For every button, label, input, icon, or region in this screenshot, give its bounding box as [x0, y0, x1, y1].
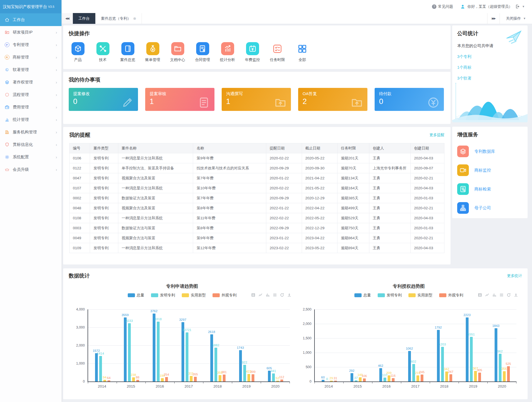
forward-tabs-button[interactable]: ▶▶	[487, 13, 500, 24]
user-menu[interactable]: 你好，某某（超级管理员） ▼	[460, 4, 525, 9]
legend-label: 实用新型	[418, 293, 433, 298]
tab-case-overview[interactable]: 案件总览（专利） ⊗	[96, 13, 142, 24]
more-statistics-link[interactable]: 更多统计	[507, 273, 522, 278]
toolbox-restore-icon[interactable]	[280, 293, 284, 297]
sidebar-item-著作权管理[interactable]: 著作权管理›	[0, 76, 62, 88]
sidebar-item-贯标信息化[interactable]: 贯标信息化›	[0, 138, 62, 151]
quick-action-任务时限[interactable]: 任务时限	[269, 42, 285, 62]
toolbox-bar-icon[interactable]	[492, 293, 497, 297]
legend-item-实用新型[interactable]: 实用新型	[408, 293, 433, 298]
todo-card-沟通撰写[interactable]: 沟通撰写1	[222, 88, 291, 111]
toolbox-download-icon[interactable]	[287, 293, 291, 297]
x-axis-tick	[117, 382, 117, 383]
legend-item-发明专利[interactable]: 发明专利	[151, 293, 175, 298]
company-stat-link[interactable]: 3个软著	[457, 76, 523, 81]
tab-workbench[interactable]: 工作台	[73, 13, 96, 24]
legend-item-实用新型[interactable]: 实用新型	[182, 293, 206, 298]
collapse-tabs-button[interactable]: ◀◀	[62, 13, 73, 24]
toolbox-restore-icon[interactable]	[507, 293, 511, 297]
quick-action-合同管理[interactable]: 合同管理	[195, 42, 211, 62]
service-item-商标监控[interactable]: 商标监控	[457, 164, 523, 176]
toolbox-data-view-icon[interactable]	[251, 293, 255, 297]
table-cell: 逾期499天	[337, 203, 369, 213]
table-row[interactable]: 0048发明专利视频聚合方法及装置第8年年费2022-01-222022-04-…	[70, 203, 444, 213]
table-row[interactable]: 0108发明专利一种消息显示方法和系统第11年年费2022-02-222022-…	[70, 213, 444, 223]
sidebar-item-服务机构管理[interactable]: 服务机构管理›	[0, 126, 62, 138]
more-reminders-link[interactable]: 更多提醒	[429, 133, 444, 138]
y-axis-tick-label: 2,000	[71, 344, 85, 347]
sidebar-item-软著管理[interactable]: ©软著管理›	[0, 63, 62, 76]
table-cell: 2020-02-22	[266, 153, 302, 163]
chart-title: 专利授权趋势图	[297, 283, 520, 289]
table-cell: 2020-04-03	[411, 243, 444, 253]
quick-action-技术[interactable]: 技术	[95, 42, 111, 62]
toolbox-line-icon[interactable]	[258, 293, 263, 297]
sidebar-item-费用管理[interactable]: 费用管理›	[0, 101, 62, 113]
toolbox-stack-icon[interactable]	[273, 293, 277, 297]
table-row[interactable]: 0122发明专利单手控制方法、装置及手持设备找技术效果与技术点的对应关系2020…	[70, 163, 444, 173]
table-cell: 第9年年费	[193, 233, 266, 243]
company-stat-link[interactable]: 3个专利	[457, 54, 523, 59]
close-operations-dropdown[interactable]: 关闭操作 ▼	[500, 13, 532, 24]
sidebar-item-研发项目IP[interactable]: 研发项目IP›	[0, 26, 62, 39]
sidebar-item-流程管理[interactable]: 流程管理›	[0, 88, 62, 101]
close-operations-label: 关闭操作	[506, 16, 521, 21]
table-row[interactable]: 0047发明专利视频聚合方法及装置第7年年费2020-01-222021-04-…	[70, 173, 444, 183]
legend-item-外观专利[interactable]: 外观专利	[439, 293, 463, 298]
x-axis-labels: 2014201520162017201820192020	[88, 384, 290, 388]
legend-item-外观专利[interactable]: 外观专利	[213, 293, 237, 298]
table-row[interactable]: 0106发明专利一种消息显示方法和系统第9年年费2020-02-222020-0…	[70, 153, 444, 163]
toolbox-data-view-icon[interactable]	[478, 293, 482, 297]
company-stat-link[interactable]: 1个商标	[457, 65, 523, 70]
close-tab-icon[interactable]: ⊗	[133, 16, 136, 21]
bar-group-2015: 3559323323888	[117, 309, 146, 381]
legend-item-总量[interactable]: 总量	[354, 293, 371, 298]
quick-action-文档中心[interactable]: 文档中心	[170, 42, 186, 62]
toolbox-download-icon[interactable]	[514, 293, 518, 297]
faq-button[interactable]: ? 常见问题	[432, 4, 453, 9]
doc-search-icon	[459, 185, 467, 193]
bar-实用新型	[330, 381, 333, 381]
chevron-down-icon[interactable]: ▼	[522, 5, 525, 8]
x-axis-tick	[430, 382, 430, 383]
quick-action-统计分析[interactable]: 统计分析	[219, 42, 236, 62]
quick-action-全部[interactable]: 全部	[294, 42, 310, 62]
table-cell: 0003	[70, 223, 90, 233]
service-item-母子公司[interactable]: 母子公司	[457, 202, 523, 214]
sidebar-item-商标管理[interactable]: R商标管理›	[0, 51, 62, 63]
quick-action-账单管理[interactable]: 账单管理	[145, 42, 161, 62]
service-item-专利数据库[interactable]: 专利数据库	[457, 146, 523, 157]
quick-action-年费监控[interactable]: 年费监控	[244, 42, 260, 62]
todo-card-待付款[interactable]: 待付款0	[375, 88, 444, 111]
toolbox-bar-icon[interactable]	[265, 293, 270, 297]
legend-item-发明专利[interactable]: 发明专利	[378, 293, 402, 298]
service-item-商标检索[interactable]: 商标检索	[457, 183, 523, 195]
y-axis-tick-label: 4,000	[71, 307, 85, 311]
sidebar-item-label: 统计管理	[13, 117, 56, 122]
legend-item-总量[interactable]: 总量	[128, 293, 144, 298]
todo-card-提案修改[interactable]: 提案修改0	[69, 88, 138, 111]
table-row[interactable]: 0107发明专利一种消息显示方法和系统第10年年费2020-02-222021-…	[70, 183, 444, 193]
todo-card-OA答复[interactable]: OA答复2	[298, 88, 367, 111]
todo-card-label: 待付款	[379, 91, 439, 96]
table-row[interactable]: 0109发明专利一种消息显示方法和系统第12年年费2023-02-222023-…	[70, 243, 444, 253]
quick-action-产品[interactable]: 产品	[70, 42, 86, 62]
sidebar-item-统计管理[interactable]: 统计管理›	[0, 113, 62, 126]
table-row[interactable]: 0003发明专利数据验证方法与装置第8年年费2022-09-292022-12-…	[70, 223, 444, 233]
toolbox-stack-icon[interactable]	[499, 293, 504, 297]
sidebar-item-系统配置[interactable]: 系统配置›	[0, 151, 62, 163]
todo-card-提案审核[interactable]: 提案审核1	[145, 88, 214, 111]
table-row[interactable]: 0002发明专利数据验证方法及装置第7年年费2020-09-292020-12-…	[70, 193, 444, 203]
logout-icon[interactable]	[515, 4, 520, 9]
bar-发明专利	[355, 380, 357, 381]
gear-icon	[5, 155, 9, 159]
table-row[interactable]: 0049发明专利视频聚合方法与装置第9年年费2023-01-222023-04-…	[70, 233, 444, 243]
quick-actions-title: 快捷操作	[69, 30, 445, 37]
sidebar-item-专利管理[interactable]: P专利管理›	[0, 39, 62, 51]
app-logo: 汉知宝知识产权管理平台 V3.5	[0, 0, 62, 13]
toolbox-line-icon[interactable]	[485, 293, 489, 297]
sidebar-item-工作台[interactable]: 工作台	[0, 13, 62, 26]
sidebar-item-会员升级[interactable]: 会员升级›	[0, 163, 62, 176]
quick-action-案件总览[interactable]: 案件总览	[120, 42, 136, 62]
bar-value-label: 37	[354, 376, 358, 380]
